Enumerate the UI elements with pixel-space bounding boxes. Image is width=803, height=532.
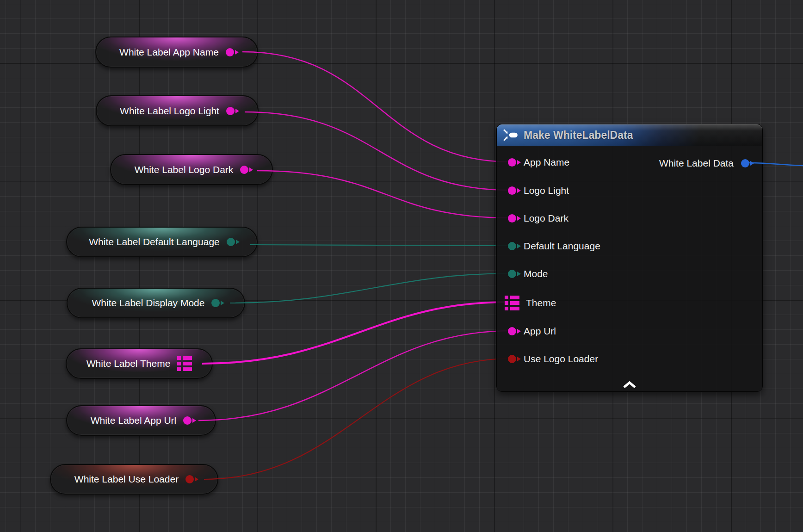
variable-label: White Label Display Mode	[92, 297, 205, 309]
node-title: Make WhiteLabelData	[524, 129, 633, 142]
map-container-pin-icon[interactable]	[177, 356, 192, 371]
input-row-use-logo-loader: Use Logo Loader	[508, 352, 598, 366]
wire-default-language[interactable]	[250, 245, 511, 246]
node-get-white-label-logo-dark[interactable]: White Label Logo Dark	[110, 154, 273, 185]
input-row-app-url: App Url	[508, 324, 556, 338]
pin-label: Logo Dark	[524, 213, 568, 224]
node-make-whitelabeldata[interactable]: Make WhiteLabelData App Name Logo Light …	[496, 124, 763, 392]
pin-label: Logo Light	[524, 185, 569, 196]
node-title-bar[interactable]: Make WhiteLabelData	[497, 124, 762, 146]
output-pin-enum[interactable]	[211, 299, 220, 307]
wire-use-loader[interactable]	[204, 359, 511, 479]
wire-display-mode[interactable]	[230, 273, 511, 303]
input-pin-string[interactable]	[508, 158, 516, 167]
variable-label: White Label App Name	[119, 47, 219, 58]
node-get-white-label-logo-light[interactable]: White Label Logo Light	[96, 95, 259, 126]
pin-label: White Label Data	[659, 158, 734, 169]
chevron-up-icon	[623, 381, 636, 389]
input-row-mode: Mode	[508, 267, 548, 281]
pin-label: Theme	[526, 297, 556, 309]
pin-label: App Url	[524, 326, 556, 337]
output-pin-bool[interactable]	[185, 475, 194, 483]
pin-label: Mode	[524, 268, 548, 279]
variable-label: White Label Logo Light	[120, 105, 219, 117]
input-pin-enum[interactable]	[508, 242, 516, 250]
wire-app-name[interactable]	[242, 52, 511, 162]
node-get-white-label-default-language[interactable]: White Label Default Language	[66, 227, 258, 257]
output-pin-string[interactable]	[183, 416, 191, 425]
blueprint-graph-canvas[interactable]: White Label App Name White Label Logo Li…	[0, 0, 803, 532]
wire-logo-light[interactable]	[245, 112, 511, 190]
variable-label: White Label Logo Dark	[135, 164, 234, 175]
output-pin-struct[interactable]	[741, 159, 749, 167]
node-get-white-label-app-name[interactable]: White Label App Name	[95, 37, 258, 68]
variable-label: White Label Theme	[86, 358, 171, 369]
input-pin-string[interactable]	[508, 186, 516, 195]
output-row-white-label-data: White Label Data	[659, 156, 749, 170]
input-pin-string[interactable]	[508, 327, 516, 335]
input-row-theme: Theme	[505, 295, 556, 311]
input-pin-enum[interactable]	[508, 270, 516, 278]
pin-label: Default Language	[524, 241, 600, 252]
input-pin-bool[interactable]	[508, 355, 516, 363]
pin-label: App Name	[524, 157, 569, 168]
input-pin-string[interactable]	[508, 214, 516, 223]
node-get-white-label-theme[interactable]: White Label Theme	[66, 348, 213, 379]
output-pin-string[interactable]	[226, 107, 235, 115]
input-row-app-name: App Name	[508, 155, 569, 169]
input-row-logo-dark: Logo Dark	[508, 211, 568, 225]
pin-label: Use Logo Loader	[524, 353, 598, 365]
output-pin-string[interactable]	[226, 48, 234, 56]
make-struct-icon	[503, 129, 519, 141]
wire-app-url[interactable]	[198, 331, 511, 421]
node-get-white-label-use-loader[interactable]: White Label Use Loader	[50, 464, 218, 495]
node-get-white-label-app-url[interactable]: White Label App Url	[66, 405, 216, 436]
wire-logo-dark[interactable]	[257, 171, 511, 218]
input-row-logo-light: Logo Light	[508, 184, 569, 198]
variable-label: White Label Default Language	[89, 236, 220, 247]
input-row-default-language: Default Language	[508, 239, 600, 253]
map-container-pin-icon[interactable]	[505, 296, 519, 310]
collapse-node-button[interactable]	[619, 378, 640, 390]
wire-theme[interactable]	[202, 302, 508, 364]
node-get-white-label-display-mode[interactable]: White Label Display Mode	[67, 288, 245, 318]
output-pin-enum[interactable]	[227, 238, 235, 246]
output-pin-string[interactable]	[240, 166, 248, 174]
variable-label: White Label App Url	[91, 415, 177, 426]
variable-label: White Label Use Loader	[74, 474, 179, 485]
